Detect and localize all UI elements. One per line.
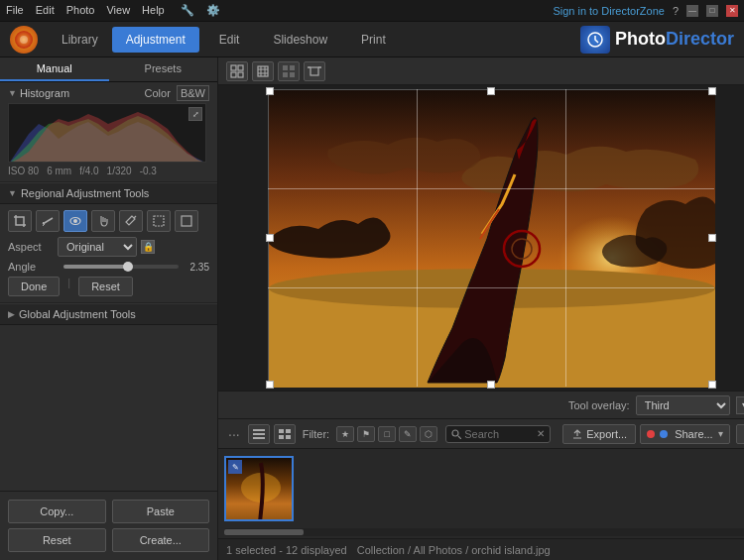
menu-photo[interactable]: Photo [66,4,95,17]
exif-focal: 6 mm [47,166,71,176]
histogram-expand-icon[interactable]: ⤢ [188,107,202,121]
tab-print[interactable]: Print [341,27,406,53]
exif-aperture: f/4.0 [79,166,98,176]
tab-adjustment[interactable]: Adjustment [112,27,199,53]
histogram-arrow[interactable]: ▼ [8,88,17,98]
reset-button[interactable]: Reset [78,277,133,296]
view-fit-btn[interactable] [226,61,248,81]
aspect-select[interactable]: Original 1:1 4:3 16:9 [58,237,137,257]
hand-tool-btn[interactable] [91,210,115,232]
tab-slideshow[interactable]: Slideshow [259,27,341,53]
angle-slider-track[interactable] [63,265,179,269]
aspect-label: Aspect [8,241,58,253]
share-button[interactable]: Share... ▾ [640,424,730,444]
wand-tool-btn[interactable] [119,210,143,232]
share-dot-red [647,430,655,438]
regional-arrow: ▼ [8,188,17,198]
tab-edit[interactable]: Edit [199,27,260,53]
photo-container [268,89,714,387]
thumbnail-edit-icon: ✎ [228,460,242,474]
menu-edit[interactable]: Edit [36,4,55,17]
sub-tab-manual[interactable]: Manual [0,57,109,81]
view-100-btn[interactable] [252,61,274,81]
crop-tool-btn[interactable] [8,210,32,232]
search-input[interactable] [464,428,534,440]
filmstrip-scrollbar[interactable] [224,528,744,536]
straighten-tool-btn[interactable] [36,210,60,232]
overlay-dropdown-arrow[interactable]: ▾ [736,396,744,414]
filter-tag-icon[interactable]: ⬡ [420,426,437,442]
filmstrip-scroll-thumb[interactable] [224,529,304,535]
histogram-section: ▼ Histogram Color B&W [0,82,217,182]
more-share-options-btn[interactable]: ▾ [736,424,744,444]
exif-ev: -0.3 [140,166,157,176]
regional-tools-panel: Aspect Original 1:1 4:3 16:9 🔒 Angle 2.3… [0,204,217,303]
share-dropdown-arrow[interactable]: ▾ [718,428,723,439]
filter-star-icon[interactable]: ★ [336,426,354,442]
svg-rect-31 [253,433,265,435]
nav-right: PhotoDirector [580,26,734,54]
menu-view[interactable]: View [106,4,130,17]
regional-section-header[interactable]: ▼ Regional Adjustment Tools [0,182,217,204]
svg-rect-33 [279,429,284,433]
reset-all-button[interactable]: Reset [8,528,106,552]
menu-bar: File Edit Photo View Help 🔧 ⚙️ [6,4,553,17]
create-button[interactable]: Create... [112,528,210,552]
filter-flag-icon[interactable]: ⚑ [357,426,375,442]
btn-row-2: Reset Create... [8,528,209,552]
filmstrip-area: ··· Filter: ★ ⚑ □ ✎ ⬡ ✕ [218,418,744,538]
menu-file[interactable]: File [6,4,24,17]
svg-rect-17 [283,65,288,70]
window-close-btn[interactable]: ✕ [726,5,738,17]
filmstrip-grid-btn[interactable] [274,424,296,444]
filter-pencil-icon[interactable]: ✎ [399,426,417,442]
histogram-color-mode: Color B&W [145,87,209,99]
svg-rect-12 [258,66,268,76]
done-button[interactable]: Done [8,277,60,296]
search-clear-icon[interactable]: ✕ [537,428,545,439]
export-icon [571,428,583,440]
angle-slider-thumb[interactable] [123,262,133,272]
svg-rect-34 [286,429,291,433]
thumbnail-1[interactable]: ✎ [224,456,294,521]
global-section-header[interactable]: ▶ Global Adjustment Tools [0,303,217,325]
bw-toggle[interactable]: B&W [177,85,209,101]
filter-rect-icon[interactable]: □ [378,426,396,442]
exif-bar: ISO 80 6 mm f/4.0 1/320 -0.3 [8,166,209,176]
sign-in-link[interactable]: Sign in to DirectorZone [553,5,665,17]
filmstrip-list-btn[interactable] [248,424,270,444]
main-photo [268,89,714,387]
svg-rect-18 [290,65,295,70]
svg-rect-7 [182,216,191,226]
sub-tab-presets[interactable]: Presets [109,57,218,81]
svg-rect-21 [310,67,318,75]
tab-library[interactable]: Library [48,27,112,53]
left-panel: Manual Presets ▼ Histogram Color B&W [0,57,218,560]
tool-overlay-select[interactable]: Third None Golden Ratio Diagonal Triangl… [636,395,730,415]
angle-value: 2.35 [185,262,209,273]
tool-overlay-label: Tool overlay: [568,399,630,411]
view-crop-btn[interactable] [304,61,325,81]
svg-rect-8 [231,65,236,70]
angle-row: Angle 2.35 [8,261,209,273]
window-minimize-btn[interactable]: — [686,5,698,17]
export-button[interactable]: Export... [562,424,636,444]
copy-button[interactable]: Copy... [8,500,106,523]
menu-help[interactable]: Help [142,4,165,17]
svg-rect-6 [154,216,164,226]
brush-tool-btn[interactable] [175,210,198,232]
view-grid-btn[interactable] [278,61,300,81]
more-options-dots[interactable]: ··· [228,426,240,442]
eye-tool-btn[interactable] [63,210,87,232]
status-path: Collection / All Photos / orchid island.… [357,544,551,556]
search-box: ✕ [445,425,551,443]
window-maximize-btn[interactable]: □ [706,5,718,17]
tool-overlay-bar: Tool overlay: Third None Golden Ratio Di… [218,391,744,418]
paste-button[interactable]: Paste [112,500,210,523]
aspect-lock-icon[interactable]: 🔒 [141,240,155,254]
svg-line-5 [134,216,136,218]
help-icon[interactable]: ? [673,5,679,17]
svg-point-1 [20,36,28,44]
rect-select-btn[interactable] [147,210,171,232]
btn-row-1: Copy... Paste [8,500,209,523]
